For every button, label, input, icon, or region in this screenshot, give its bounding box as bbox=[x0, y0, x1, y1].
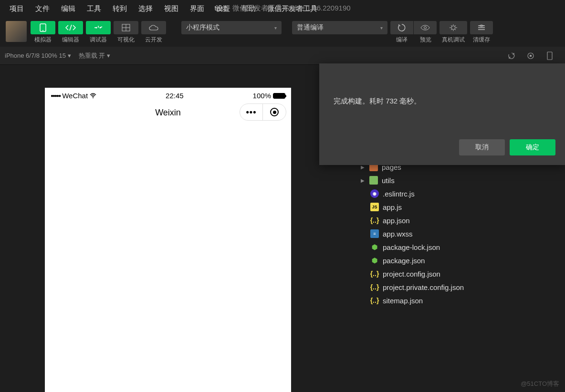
modal-message: 完成构建。耗时 732 毫秒。 bbox=[329, 97, 555, 106]
subbar: iPhone 6/7/8 100% 15 ▾ 热重载 开 ▾ bbox=[0, 47, 565, 65]
preview-label: 预览 bbox=[420, 36, 431, 44]
file-project-private-config[interactable]: {..} project.private.config.json bbox=[349, 280, 565, 294]
compile-label: 编译 bbox=[396, 36, 408, 44]
real-device-button[interactable] bbox=[439, 21, 467, 34]
menu-edit[interactable]: 编辑 bbox=[56, 2, 80, 15]
phone-status-bar: ●●●●● WeChat 22:45 100% bbox=[45, 88, 291, 102]
mode-dropdown[interactable]: 小程序模式▾ bbox=[181, 21, 282, 34]
file-app-json[interactable]: {..} app.json bbox=[349, 214, 565, 227]
clear-cache-label: 清缓存 bbox=[473, 36, 490, 44]
phone-mockup: ●●●●● WeChat 22:45 100% Weixin ••• bbox=[45, 88, 291, 392]
build-complete-modal: 完成构建。耗时 732 毫秒。 取消 确定 bbox=[319, 63, 565, 165]
simulator-pane: ●●●●● WeChat 22:45 100% Weixin ••• bbox=[0, 65, 336, 392]
file-package-json[interactable]: ⬢ package.json bbox=[349, 254, 565, 267]
wxss-icon: ≡ bbox=[370, 229, 379, 238]
ok-button[interactable]: 确定 bbox=[510, 139, 555, 155]
battery-percent: 100% bbox=[253, 92, 271, 100]
node-icon: ⬢ bbox=[370, 243, 379, 251]
debugger-label: 调试器 bbox=[90, 36, 107, 44]
folder-utils[interactable]: ▶ utils bbox=[349, 174, 565, 187]
phone-time: 22:45 bbox=[166, 92, 184, 100]
json-icon: {..} bbox=[370, 296, 379, 305]
phone-nav-bar: Weixin ••• bbox=[45, 102, 291, 124]
signal-icon: ●●●●● bbox=[51, 93, 60, 98]
json-icon: {..} bbox=[370, 269, 379, 278]
real-device-label: 真机调试 bbox=[442, 36, 465, 44]
menu-project[interactable]: 项目 bbox=[5, 2, 29, 15]
eslint-icon: ◉ bbox=[370, 189, 379, 198]
menu-goto[interactable]: 转到 bbox=[108, 2, 132, 15]
page-title: Weixin bbox=[155, 108, 181, 118]
device-icon[interactable] bbox=[545, 51, 555, 61]
hot-reload-toggle[interactable]: 热重载 开 ▾ bbox=[79, 52, 110, 60]
json-icon: {..} bbox=[370, 283, 379, 291]
battery-icon bbox=[273, 93, 285, 99]
visualize-button[interactable] bbox=[114, 21, 138, 34]
svg-rect-11 bbox=[547, 52, 552, 60]
debugger-button[interactable] bbox=[86, 21, 111, 34]
editor-button[interactable] bbox=[58, 21, 83, 34]
stop-icon[interactable] bbox=[526, 51, 535, 61]
simulator-label: 模拟器 bbox=[34, 36, 52, 44]
file-package-lock[interactable]: ⬢ package-lock.json bbox=[349, 240, 565, 254]
file-app-js[interactable]: JS app.js bbox=[349, 200, 565, 214]
device-selector[interactable]: iPhone 6/7/8 100% 15 ▾ bbox=[5, 52, 71, 59]
simulator-button[interactable] bbox=[31, 21, 55, 34]
avatar[interactable] bbox=[6, 21, 27, 42]
chevron-down-icon: ▾ bbox=[274, 25, 277, 31]
file-app-wxss[interactable]: ≡ app.wxss bbox=[349, 227, 565, 240]
preview-button[interactable] bbox=[414, 21, 437, 34]
chevron-right-icon: ▶ bbox=[361, 165, 365, 170]
cloud-button[interactable] bbox=[141, 21, 166, 34]
svg-point-8 bbox=[451, 26, 455, 30]
window-title: test - 微信开发者工具 Stable 1.06.2209190 bbox=[163, 4, 402, 13]
wifi-icon bbox=[90, 93, 96, 98]
js-icon: JS bbox=[370, 203, 379, 211]
watermark: @51CTO博客 bbox=[521, 380, 559, 388]
visualize-label: 可视化 bbox=[117, 36, 135, 44]
menu-capsule: ••• bbox=[240, 103, 286, 121]
editor-label: 编辑器 bbox=[62, 36, 79, 44]
chevron-down-icon: ▾ bbox=[380, 25, 383, 31]
json-icon: {..} bbox=[370, 216, 379, 225]
node-icon: ⬢ bbox=[370, 256, 379, 265]
cloud-label: 云开发 bbox=[145, 36, 162, 44]
compile-dropdown[interactable]: 普通编译▾ bbox=[292, 21, 387, 34]
svg-point-7 bbox=[424, 27, 427, 29]
capsule-menu-button[interactable]: ••• bbox=[240, 104, 263, 120]
menu-select[interactable]: 选择 bbox=[134, 2, 157, 15]
clear-cache-button[interactable] bbox=[470, 21, 493, 34]
menu-file[interactable]: 文件 bbox=[31, 2, 54, 15]
file-eslintrc[interactable]: ◉ .eslintrc.js bbox=[349, 187, 565, 200]
cancel-button[interactable]: 取消 bbox=[459, 139, 505, 155]
compile-button[interactable] bbox=[390, 21, 413, 34]
capsule-close-button[interactable] bbox=[263, 104, 286, 120]
file-sitemap-json[interactable]: {..} sitemap.json bbox=[349, 294, 565, 307]
toolbar: 模拟器 编辑器 调试器 可视化 云开发 小程序模式▾ 普通编译▾ bbox=[0, 17, 565, 47]
carrier-label: WeChat bbox=[62, 92, 88, 100]
refresh-icon[interactable] bbox=[507, 51, 516, 61]
svg-rect-10 bbox=[530, 55, 532, 57]
menu-tools[interactable]: 工具 bbox=[82, 2, 106, 15]
svg-point-1 bbox=[42, 30, 43, 31]
svg-point-2 bbox=[96, 27, 97, 29]
folder-icon bbox=[369, 176, 378, 185]
file-project-config[interactable]: {..} project.config.json bbox=[349, 267, 565, 280]
svg-point-12 bbox=[93, 97, 94, 98]
svg-point-3 bbox=[100, 27, 101, 29]
chevron-right-icon: ▶ bbox=[361, 178, 365, 183]
